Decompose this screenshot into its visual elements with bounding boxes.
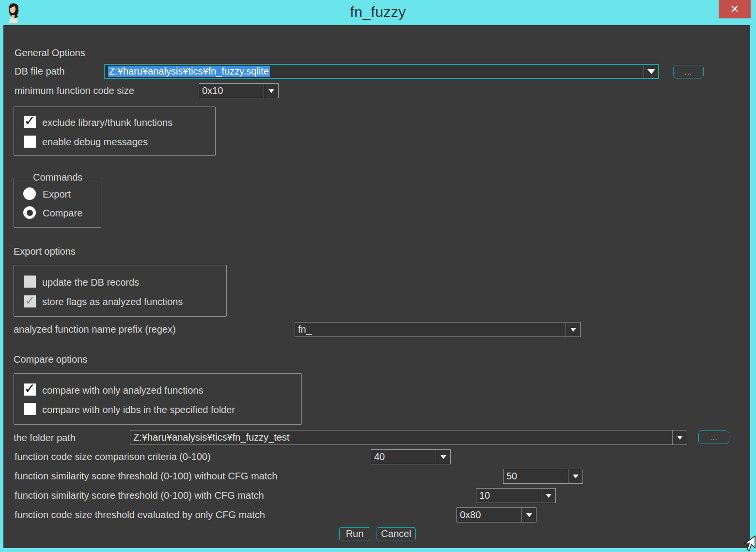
chevron-down-icon <box>441 455 446 459</box>
sim-without-cfg-value[interactable]: 50 <box>504 469 568 483</box>
db-file-path-label: DB file path <box>15 66 64 77</box>
update-db-records-label: update the DB records <box>42 277 139 288</box>
general-checkbox-group: ✓ exclude library/thunk functions enable… <box>14 107 216 156</box>
min-code-size-dropdown[interactable] <box>264 84 278 98</box>
enable-debug-checkbox[interactable] <box>24 136 36 148</box>
criteria-dropdown[interactable] <box>436 450 450 464</box>
chevron-down-icon <box>677 436 683 440</box>
export-radio[interactable] <box>23 187 36 200</box>
exclude-library-checkbox[interactable]: ✓ <box>24 116 36 128</box>
export-radio-label: Export <box>43 189 71 200</box>
chevron-down-icon <box>526 513 532 517</box>
chevron-down-icon <box>573 475 579 478</box>
size-threshold-cfg-label: function code size threshold evaluated b… <box>15 509 265 521</box>
sim-without-cfg-label: function similarity score threshold (0-1… <box>15 471 277 482</box>
compare-idbs-label: compare with only idbs in the specified … <box>42 404 235 415</box>
prefix-dropdown[interactable] <box>566 322 580 337</box>
criteria-combo[interactable]: 40 <box>371 449 451 464</box>
run-button[interactable]: Run <box>339 527 370 540</box>
db-file-path-value[interactable]: Z:¥haru¥analysis¥tics¥fn_fuzzy.sqlite <box>108 66 270 77</box>
min-code-size-value[interactable]: 0x10 <box>199 84 264 98</box>
criteria-value[interactable]: 40 <box>371 450 436 464</box>
compare-radio-label: Compare <box>43 208 82 219</box>
chevron-down-icon <box>268 89 274 93</box>
db-file-path-dropdown[interactable] <box>644 65 658 78</box>
chevron-down-icon <box>546 494 551 498</box>
export-checkbox-group: update the DB records ✓ store flags as a… <box>14 265 227 317</box>
mouse-cursor-icon <box>740 535 756 552</box>
enable-debug-label: enable debug messages <box>42 137 148 148</box>
criteria-label: function code size comparison criteria (… <box>15 451 211 462</box>
sim-with-cfg-dropdown[interactable] <box>541 489 555 503</box>
commands-legend: Commands <box>31 172 85 183</box>
db-file-path-browse-button[interactable]: ... <box>673 65 704 78</box>
folder-path-label: the folder path <box>14 432 76 444</box>
sim-with-cfg-value[interactable]: 10 <box>476 489 541 503</box>
fn-fuzzy-dialog: fn_fuzzy ✕ General Options DB file path … <box>0 0 756 552</box>
prefix-label: analyzed function name prefix (regex) <box>14 324 176 335</box>
sim-without-cfg-combo[interactable]: 50 <box>503 469 583 484</box>
check-icon: ✓ <box>24 384 35 394</box>
sim-with-cfg-label: function similarity score threshold (0-1… <box>15 490 264 501</box>
sim-without-cfg-dropdown[interactable] <box>568 469 583 483</box>
compare-radio[interactable] <box>23 206 36 219</box>
compare-checkbox-group: ✓ compare with only analyzed functions c… <box>14 373 302 425</box>
update-db-records-checkbox[interactable] <box>24 276 36 288</box>
check-icon: ✓ <box>24 116 35 126</box>
compare-analyzed-label: compare with only analyzed functions <box>42 385 203 396</box>
export-options-heading: Export options <box>14 246 76 257</box>
folder-path-browse-button[interactable]: ... <box>698 430 729 444</box>
db-file-path-combo[interactable]: Z:¥haru¥analysis¥tics¥fn_fuzzy.sqlite <box>104 64 659 79</box>
store-flags-checkbox[interactable]: ✓ <box>24 295 36 307</box>
chevron-down-icon <box>570 328 576 332</box>
check-icon: ✓ <box>25 296 34 306</box>
folder-path-value[interactable]: Z:¥haru¥analysis¥tics¥fn_fuzzy_test <box>130 430 672 445</box>
general-options-heading: General Options <box>15 47 85 59</box>
radio-dot-icon <box>27 210 33 216</box>
prefix-combo[interactable]: fn_ <box>295 322 581 337</box>
size-threshold-cfg-combo[interactable]: 0x80 <box>457 507 536 522</box>
close-icon: ✕ <box>730 3 739 15</box>
prefix-value[interactable]: fn_ <box>295 322 566 337</box>
min-code-size-label: minimum function code size <box>15 85 134 96</box>
folder-path-combo[interactable]: Z:¥haru¥analysis¥tics¥fn_fuzzy_test <box>130 430 687 445</box>
commands-group: Commands Export Compare <box>14 178 101 228</box>
store-flags-label: store flags as analyzed functions <box>42 296 183 307</box>
size-threshold-cfg-value[interactable]: 0x80 <box>457 508 521 522</box>
sim-with-cfg-combo[interactable]: 10 <box>476 488 556 503</box>
min-code-size-combo[interactable]: 0x10 <box>199 83 279 98</box>
compare-analyzed-checkbox[interactable]: ✓ <box>24 383 36 396</box>
compare-options-heading: Compare options <box>14 354 87 365</box>
cancel-button[interactable]: Cancel <box>377 527 416 540</box>
chevron-down-icon <box>647 69 655 74</box>
compare-idbs-checkbox[interactable] <box>24 403 36 415</box>
close-button[interactable]: ✕ <box>719 0 751 18</box>
dialog-body: General Options DB file path Z:¥haru¥ana… <box>3 25 750 548</box>
titlebar[interactable]: fn_fuzzy ✕ <box>0 0 756 25</box>
window-title: fn_fuzzy <box>0 4 756 20</box>
folder-path-dropdown[interactable] <box>672 430 687 445</box>
exclude-library-label: exclude library/thunk functions <box>42 117 173 128</box>
size-threshold-cfg-dropdown[interactable] <box>521 508 536 522</box>
